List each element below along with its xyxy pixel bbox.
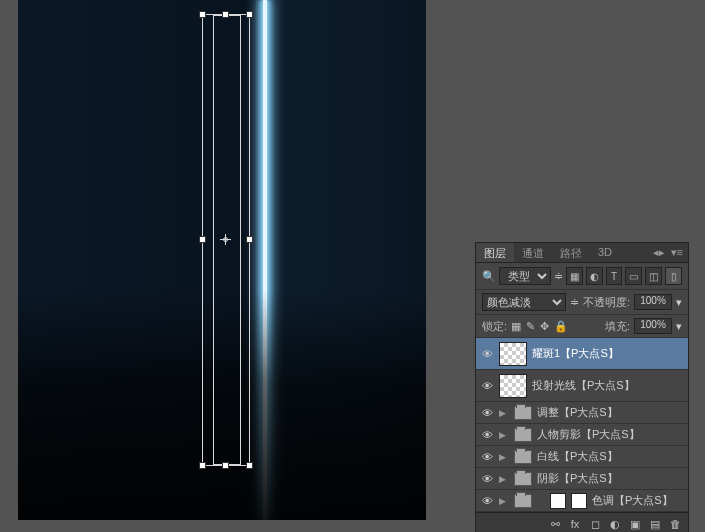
layer-thumbnail[interactable] [499, 374, 527, 398]
lock-all-icon[interactable]: 🔒 [554, 320, 568, 333]
folder-icon [514, 428, 532, 442]
lock-row: 锁定: ▦ ✎ ✥ 🔒 填充: 100% ▾ [476, 315, 688, 338]
filter-kind-select[interactable]: 类型 [499, 267, 551, 285]
panel-collapse-icon[interactable]: ◂▸ [653, 246, 665, 259]
transform-handle-bottom-right[interactable] [246, 462, 253, 469]
folder-icon [514, 450, 532, 464]
fill-label: 填充: [605, 319, 630, 334]
transform-anchor-icon[interactable] [220, 234, 231, 245]
folder-icon [514, 494, 532, 508]
panel-menu-icon[interactable]: ▾≡ [671, 246, 683, 259]
transform-handle-bottom-mid[interactable] [222, 462, 229, 469]
canvas-area[interactable] [18, 0, 426, 520]
transform-handle-mid-right[interactable] [246, 236, 253, 243]
layer-thumbnail[interactable] [499, 342, 527, 366]
layer-name[interactable]: 调整【P大点S】 [537, 405, 684, 420]
tab-layers[interactable]: 图层 [476, 243, 514, 262]
lock-pixels-icon[interactable]: ▦ [511, 320, 521, 333]
layer-name[interactable]: 投射光线【P大点S】 [532, 378, 684, 393]
layer-group-item[interactable]: 👁 ▶ 色调【P大点S】 [476, 490, 688, 512]
layers-list: 👁 耀斑1【P大点S】 👁 投射光线【P大点S】 👁 ▶ 调整【P大点S】 👁 … [476, 338, 688, 512]
blend-row: 颜色减淡 ≑ 不透明度: 100% ▾ [476, 290, 688, 315]
chevron-down-icon[interactable]: ▾ [676, 320, 682, 333]
layer-group-item[interactable]: 👁 ▶ 白线【P大点S】 [476, 446, 688, 468]
opacity-label: 不透明度: [583, 295, 630, 310]
visibility-eye-icon[interactable]: 👁 [480, 347, 494, 361]
visibility-eye-icon[interactable]: 👁 [480, 472, 494, 486]
link-layers-icon[interactable]: ⚯ [546, 516, 564, 532]
fill-thumbnail [550, 493, 566, 509]
filter-smart-icon[interactable]: ◫ [645, 267, 662, 285]
layer-mask-icon[interactable]: ◻ [586, 516, 604, 532]
layers-panel: 图层 通道 路径 3D ◂▸ ▾≡ 🔍 类型 ≑ ▦ ◐ T ▭ ◫ ▯ 颜色减… [475, 242, 689, 532]
layer-name[interactable]: 耀斑1【P大点S】 [532, 346, 684, 361]
opacity-value[interactable]: 100% [634, 294, 672, 310]
visibility-eye-icon[interactable]: 👁 [480, 450, 494, 464]
lock-move-icon[interactable]: ✥ [540, 320, 549, 333]
disclosure-triangle-icon[interactable]: ▶ [499, 474, 509, 484]
layer-name[interactable]: 白线【P大点S】 [537, 449, 684, 464]
filter-toggle-switch[interactable]: ▯ [665, 267, 682, 285]
folder-icon [514, 406, 532, 420]
layer-style-fx-icon[interactable]: fx [566, 516, 584, 532]
disclosure-triangle-icon[interactable]: ▶ [499, 408, 509, 418]
panel-footer: ⚯ fx ◻ ◐ ▣ ▤ 🗑 [476, 512, 688, 532]
blend-mode-select[interactable]: 颜色减淡 [482, 293, 566, 311]
layer-item[interactable]: 👁 投射光线【P大点S】 [476, 370, 688, 402]
layer-group-item[interactable]: 👁 ▶ 调整【P大点S】 [476, 402, 688, 424]
new-group-icon[interactable]: ▣ [626, 516, 644, 532]
layer-name[interactable]: 色调【P大点S】 [592, 493, 684, 508]
filter-type-icon[interactable]: T [606, 267, 623, 285]
disclosure-triangle-icon[interactable]: ▶ [499, 430, 509, 440]
lock-label: 锁定: [482, 319, 507, 334]
transform-handle-bottom-left[interactable] [199, 462, 206, 469]
free-transform-bounding-box[interactable] [202, 14, 250, 466]
layer-filter-row: 🔍 类型 ≑ ▦ ◐ T ▭ ◫ ▯ [476, 263, 688, 290]
tab-channels[interactable]: 通道 [514, 243, 552, 262]
chevron-down-icon[interactable]: ▾ [676, 296, 682, 309]
panel-tabs: 图层 通道 路径 3D ◂▸ ▾≡ [476, 243, 688, 263]
layer-item[interactable]: 👁 耀斑1【P大点S】 [476, 338, 688, 370]
delete-layer-icon[interactable]: 🗑 [666, 516, 684, 532]
layer-name[interactable]: 阴影【P大点S】 [537, 471, 684, 486]
filter-pixel-icon[interactable]: ▦ [566, 267, 583, 285]
mask-thumbnail [571, 493, 587, 509]
visibility-eye-icon[interactable]: 👁 [480, 379, 494, 393]
transform-handle-top-left[interactable] [199, 11, 206, 18]
visibility-eye-icon[interactable]: 👁 [480, 406, 494, 420]
new-layer-icon[interactable]: ▤ [646, 516, 664, 532]
visibility-eye-icon[interactable]: 👁 [480, 494, 494, 508]
disclosure-triangle-icon[interactable]: ▶ [499, 496, 509, 506]
transform-handle-top-mid[interactable] [222, 11, 229, 18]
tab-3d[interactable]: 3D [590, 243, 620, 262]
folder-icon [514, 472, 532, 486]
layer-group-item[interactable]: 👁 ▶ 人物剪影【P大点S】 [476, 424, 688, 446]
adjustment-layer-icon[interactable]: ◐ [606, 516, 624, 532]
fill-value[interactable]: 100% [634, 318, 672, 334]
visibility-eye-icon[interactable]: 👁 [480, 428, 494, 442]
disclosure-triangle-icon[interactable]: ▶ [499, 452, 509, 462]
transform-handle-top-right[interactable] [246, 11, 253, 18]
transform-handle-mid-left[interactable] [199, 236, 206, 243]
layer-name[interactable]: 人物剪影【P大点S】 [537, 427, 684, 442]
filter-shape-icon[interactable]: ▭ [625, 267, 642, 285]
tab-paths[interactable]: 路径 [552, 243, 590, 262]
filter-adjust-icon[interactable]: ◐ [586, 267, 603, 285]
lock-brush-icon[interactable]: ✎ [526, 320, 535, 333]
search-icon: 🔍 [482, 270, 496, 283]
layer-group-item[interactable]: 👁 ▶ 阴影【P大点S】 [476, 468, 688, 490]
